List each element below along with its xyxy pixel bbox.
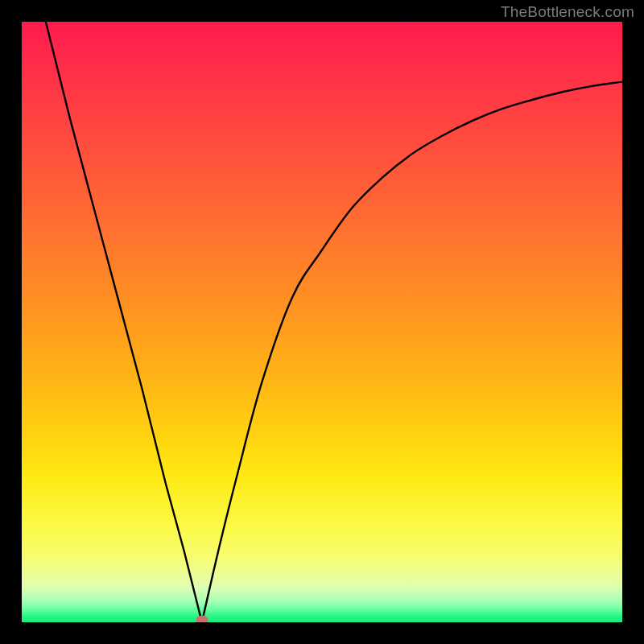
bottleneck-curve (22, 22, 622, 622)
optimal-point-marker (196, 616, 208, 623)
plot-frame (22, 22, 622, 622)
watermark-text: TheBottleneck.com (501, 3, 634, 21)
